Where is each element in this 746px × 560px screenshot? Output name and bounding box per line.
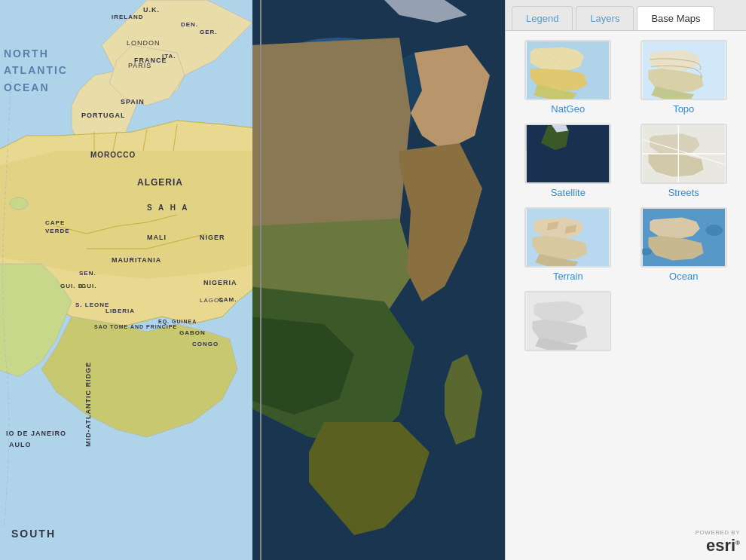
- basemap-natgeo[interactable]: NatGeo: [515, 40, 622, 115]
- basemap-streets-label: Streets: [631, 187, 738, 198]
- map-divider: [260, 0, 261, 560]
- basemap-terrain-label: Terrain: [515, 271, 622, 282]
- basemap-satellite-thumb: [524, 124, 611, 184]
- basemap-streets-thumb: [641, 124, 727, 184]
- basemap-topo[interactable]: Topo: [631, 40, 738, 115]
- tab-basemaps[interactable]: Base Maps: [637, 6, 714, 30]
- basemap-natgeo-label: NatGeo: [515, 103, 622, 115]
- svg-point-12: [10, 197, 28, 210]
- powered-by-text: POWERED BY: [696, 529, 740, 536]
- basemap-topo-label: Topo: [631, 103, 738, 115]
- basemap-ocean-thumb: [641, 207, 727, 268]
- basemaps-content: NatGeo Topo: [506, 31, 746, 560]
- basemap-topo-thumb: [641, 40, 727, 100]
- basemap-ocean-label: Ocean: [631, 271, 738, 282]
- map-left: NORTHATLANTICOCEAN U.K. IRELAND London D…: [0, 0, 252, 560]
- tab-layers[interactable]: Layers: [576, 6, 634, 30]
- basemap-gray[interactable]: [515, 291, 622, 354]
- basemap-natgeo-thumb: [524, 40, 611, 100]
- svg-point-54: [705, 225, 723, 236]
- svg-marker-5: [0, 151, 252, 279]
- basemap-streets[interactable]: Streets: [631, 124, 738, 198]
- tab-legend[interactable]: Legend: [512, 6, 573, 30]
- map-right: [252, 0, 505, 560]
- basemap-terrain[interactable]: Terrain: [515, 207, 622, 282]
- basemap-ocean[interactable]: Ocean: [631, 207, 738, 282]
- esri-text: esri®: [706, 537, 740, 554]
- basemap-satellite-label: Satellite: [515, 187, 622, 198]
- tab-bar: Legend Layers Base Maps: [506, 0, 746, 31]
- basemap-satellite[interactable]: Satellite: [515, 124, 622, 198]
- basemap-grid: NatGeo Topo: [515, 40, 737, 354]
- map-area: NORTHATLANTICOCEAN U.K. IRELAND London D…: [0, 0, 505, 560]
- basemap-gray-thumb: [524, 291, 611, 351]
- basemap-terrain-thumb: [524, 207, 611, 268]
- esri-logo: POWERED BY esri®: [696, 529, 740, 554]
- right-panel: Legend Layers Base Maps NatGeo: [505, 0, 746, 560]
